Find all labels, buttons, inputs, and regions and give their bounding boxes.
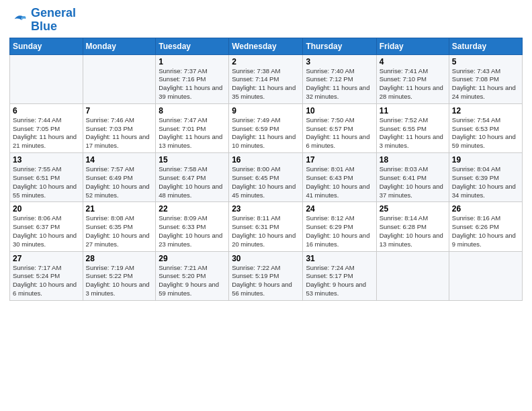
day-info: Sunrise: 8:03 AM Sunset: 6:41 PM Dayligh…: [380, 165, 446, 199]
day-number: 29: [159, 254, 226, 263]
day-number: 10: [306, 106, 373, 116]
calendar-cell: 13Sunrise: 7:55 AM Sunset: 6:51 PM Dayli…: [10, 153, 83, 202]
day-info: Sunrise: 7:54 AM Sunset: 6:53 PM Dayligh…: [452, 116, 519, 150]
day-number: 27: [13, 254, 80, 263]
calendar-cell: 28Sunrise: 7:19 AM Sunset: 5:22 PM Dayli…: [83, 251, 156, 300]
day-info: Sunrise: 7:52 AM Sunset: 6:55 PM Dayligh…: [380, 116, 446, 150]
logo-text-line2: Blue: [31, 20, 76, 34]
day-number: 30: [232, 254, 300, 263]
day-number: 14: [86, 155, 153, 165]
day-info: Sunrise: 7:37 AM Sunset: 7:16 PM Dayligh…: [159, 67, 226, 101]
calendar-cell: 17Sunrise: 8:01 AM Sunset: 6:43 PM Dayli…: [303, 153, 376, 202]
calendar-cell: 1Sunrise: 7:37 AM Sunset: 7:16 PM Daylig…: [156, 54, 229, 103]
calendar-cell: 23Sunrise: 8:11 AM Sunset: 6:31 PM Dayli…: [229, 202, 303, 251]
header-day: Thursday: [303, 38, 376, 54]
day-info: Sunrise: 8:06 AM Sunset: 6:37 PM Dayligh…: [13, 214, 80, 248]
day-info: Sunrise: 7:46 AM Sunset: 7:03 PM Dayligh…: [86, 116, 153, 150]
day-number: 13: [13, 155, 80, 165]
day-info: Sunrise: 7:50 AM Sunset: 6:57 PM Dayligh…: [306, 116, 373, 150]
day-number: 24: [306, 204, 373, 214]
day-info: Sunrise: 8:16 AM Sunset: 6:26 PM Dayligh…: [452, 214, 519, 248]
day-number: 31: [306, 254, 373, 263]
day-number: 6: [13, 106, 80, 116]
day-info: Sunrise: 7:41 AM Sunset: 7:10 PM Dayligh…: [380, 67, 446, 101]
calendar-cell: 4Sunrise: 7:41 AM Sunset: 7:10 PM Daylig…: [376, 54, 449, 103]
header-day: Friday: [376, 38, 449, 54]
day-info: Sunrise: 7:57 AM Sunset: 6:49 PM Dayligh…: [86, 165, 153, 199]
day-number: 2: [232, 57, 300, 66]
calendar-cell: 31Sunrise: 7:24 AM Sunset: 5:17 PM Dayli…: [303, 251, 376, 300]
header-day: Sunday: [10, 38, 83, 54]
calendar-cell: 3Sunrise: 7:40 AM Sunset: 7:12 PM Daylig…: [303, 54, 376, 103]
calendar-cell: 19Sunrise: 8:04 AM Sunset: 6:39 PM Dayli…: [449, 153, 522, 202]
day-number: 5: [452, 57, 519, 66]
day-number: 22: [159, 204, 226, 214]
header-day: Wednesday: [229, 38, 303, 54]
calendar-cell: 11Sunrise: 7:52 AM Sunset: 6:55 PM Dayli…: [376, 103, 449, 152]
header-day: Tuesday: [156, 38, 229, 54]
day-info: Sunrise: 7:43 AM Sunset: 7:08 PM Dayligh…: [452, 67, 519, 101]
day-number: 20: [13, 204, 80, 214]
header-day: Monday: [83, 38, 156, 54]
day-number: 7: [86, 106, 153, 116]
calendar-cell: 18Sunrise: 8:03 AM Sunset: 6:41 PM Dayli…: [376, 153, 449, 202]
calendar-cell: 27Sunrise: 7:17 AM Sunset: 5:24 PM Dayli…: [10, 251, 83, 300]
calendar-cell: 30Sunrise: 7:22 AM Sunset: 5:19 PM Dayli…: [229, 251, 303, 300]
header-day: Saturday: [449, 38, 522, 54]
day-info: Sunrise: 7:40 AM Sunset: 7:12 PM Dayligh…: [306, 67, 373, 101]
calendar-header: SundayMondayTuesdayWednesdayThursdayFrid…: [10, 38, 523, 54]
calendar-table: SundayMondayTuesdayWednesdayThursdayFrid…: [9, 38, 523, 301]
day-number: 23: [232, 204, 300, 214]
calendar-cell: [83, 54, 156, 103]
day-info: Sunrise: 7:19 AM Sunset: 5:22 PM Dayligh…: [86, 264, 153, 298]
day-number: 16: [232, 155, 300, 165]
day-number: 1: [159, 57, 226, 66]
calendar-cell: 8Sunrise: 7:47 AM Sunset: 7:01 PM Daylig…: [156, 103, 229, 152]
day-number: 18: [380, 155, 446, 165]
day-info: Sunrise: 7:21 AM Sunset: 5:20 PM Dayligh…: [159, 264, 226, 298]
day-info: Sunrise: 7:38 AM Sunset: 7:14 PM Dayligh…: [232, 67, 300, 101]
calendar-cell: 22Sunrise: 8:09 AM Sunset: 6:33 PM Dayli…: [156, 202, 229, 251]
day-info: Sunrise: 7:44 AM Sunset: 7:05 PM Dayligh…: [13, 116, 80, 150]
calendar-cell: 21Sunrise: 8:08 AM Sunset: 6:35 PM Dayli…: [83, 202, 156, 251]
day-info: Sunrise: 8:01 AM Sunset: 6:43 PM Dayligh…: [306, 165, 373, 199]
calendar-cell: [10, 54, 83, 103]
day-number: 21: [86, 204, 153, 214]
day-number: 15: [159, 155, 226, 165]
day-info: Sunrise: 7:24 AM Sunset: 5:17 PM Dayligh…: [306, 264, 373, 298]
day-info: Sunrise: 7:49 AM Sunset: 6:59 PM Dayligh…: [232, 116, 300, 150]
day-info: Sunrise: 8:14 AM Sunset: 6:28 PM Dayligh…: [380, 214, 446, 248]
page-header: General Blue: [9, 7, 523, 34]
calendar-cell: 26Sunrise: 8:16 AM Sunset: 6:26 PM Dayli…: [449, 202, 522, 251]
calendar-cell: 12Sunrise: 7:54 AM Sunset: 6:53 PM Dayli…: [449, 103, 522, 152]
calendar-cell: 15Sunrise: 7:58 AM Sunset: 6:47 PM Dayli…: [156, 153, 229, 202]
day-number: 25: [380, 204, 446, 214]
day-info: Sunrise: 7:47 AM Sunset: 7:01 PM Dayligh…: [159, 116, 226, 150]
calendar-cell: [376, 251, 449, 300]
day-info: Sunrise: 8:00 AM Sunset: 6:45 PM Dayligh…: [232, 165, 300, 199]
day-number: 26: [452, 204, 519, 214]
day-info: Sunrise: 8:08 AM Sunset: 6:35 PM Dayligh…: [86, 214, 153, 248]
day-number: 19: [452, 155, 519, 165]
day-info: Sunrise: 8:11 AM Sunset: 6:31 PM Dayligh…: [232, 214, 300, 248]
day-number: 11: [380, 106, 446, 116]
calendar-cell: 14Sunrise: 7:57 AM Sunset: 6:49 PM Dayli…: [83, 153, 156, 202]
logo-icon: [9, 13, 28, 28]
calendar-cell: 2Sunrise: 7:38 AM Sunset: 7:14 PM Daylig…: [229, 54, 303, 103]
day-info: Sunrise: 7:55 AM Sunset: 6:51 PM Dayligh…: [13, 165, 80, 199]
calendar-cell: 16Sunrise: 8:00 AM Sunset: 6:45 PM Dayli…: [229, 153, 303, 202]
calendar-cell: 10Sunrise: 7:50 AM Sunset: 6:57 PM Dayli…: [303, 103, 376, 152]
calendar-cell: 7Sunrise: 7:46 AM Sunset: 7:03 PM Daylig…: [83, 103, 156, 152]
calendar-cell: 25Sunrise: 8:14 AM Sunset: 6:28 PM Dayli…: [376, 202, 449, 251]
day-info: Sunrise: 8:09 AM Sunset: 6:33 PM Dayligh…: [159, 214, 226, 248]
day-info: Sunrise: 7:58 AM Sunset: 6:47 PM Dayligh…: [159, 165, 226, 199]
calendar-cell: 20Sunrise: 8:06 AM Sunset: 6:37 PM Dayli…: [10, 202, 83, 251]
calendar-cell: 5Sunrise: 7:43 AM Sunset: 7:08 PM Daylig…: [449, 54, 522, 103]
logo-text-line1: General: [31, 7, 76, 20]
calendar-cell: 9Sunrise: 7:49 AM Sunset: 6:59 PM Daylig…: [229, 103, 303, 152]
day-number: 17: [306, 155, 373, 165]
day-info: Sunrise: 7:22 AM Sunset: 5:19 PM Dayligh…: [232, 264, 300, 298]
day-number: 8: [159, 106, 226, 116]
day-info: Sunrise: 7:17 AM Sunset: 5:24 PM Dayligh…: [13, 264, 80, 298]
calendar-cell: [449, 251, 522, 300]
